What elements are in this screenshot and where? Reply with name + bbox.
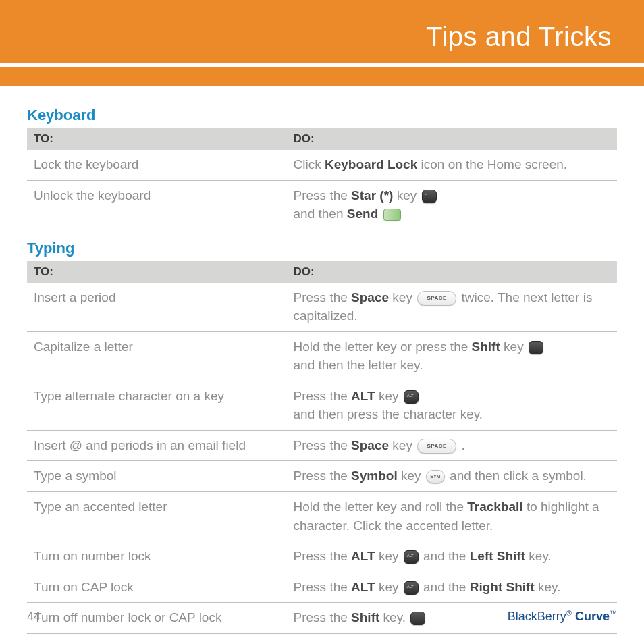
table-row: Type a symbol Press the Symbol key SYM a… [27,461,617,492]
cell-do: Press the ALT key ALT and then press the… [287,381,617,430]
alt-key-icon: ALT [404,550,419,564]
text-bold: ALT [351,389,375,403]
text: and then click a symbol. [446,468,587,483]
space-key-icon: SPACE [417,291,456,306]
space-key-icon: SPACE [417,439,456,454]
typing-table: TO: DO: Insert a period Press the Space … [27,261,617,634]
cell-do: Hold the letter key and roll the Trackba… [287,492,617,541]
text-bold: Star (*) [351,188,393,203]
col-do: DO: [287,261,617,283]
text-bold: Shift [472,340,500,354]
text-bold: Right Shift [470,580,535,594]
trademark-icon: ™ [610,609,617,617]
text: key [389,290,416,304]
header-band: Tips and Tricks [0,0,644,86]
star-key-icon: * [422,190,437,203]
cell-to: Unlock the keyboard [27,180,287,230]
text-bold: Send [347,207,378,221]
brand-model: Curve [575,610,610,623]
table-row: Turn on number lock Press the ALT key AL… [27,541,617,572]
cell-do: Press the Space key SPACE twice. The nex… [287,283,617,332]
brand-name: BlackBerry [508,610,566,623]
cell-do: Press the Space key SPACE . [287,430,617,461]
text-bold: Keyboard Lock [325,157,417,171]
text: Press the [294,549,352,563]
text-bold: Symbol [351,468,398,483]
cell-to: Capitalize a letter [27,331,287,381]
cell-do: Press the ALT key ALT and the Left Shift… [287,541,617,572]
cell-to: Insert @ and periods in an email field [27,430,287,461]
cell-to: Turn on CAP lock [27,572,287,603]
col-to: TO: [27,261,287,283]
cell-to: Insert a period [27,283,287,332]
table-row: Type an accented letter Hold the letter … [27,492,617,541]
text: key [375,389,402,403]
content-area: Keyboard TO: DO: Lock the keyboard Click… [0,86,644,634]
page-title: Tips and Tricks [426,22,612,52]
text: Press the [294,468,352,483]
registered-icon: ® [566,609,572,617]
text: Hold the letter key and roll the [294,500,468,514]
table-row: Type alternate character on a key Press … [27,381,617,430]
table-header-row: TO: DO: [27,128,617,150]
text: and then [294,207,347,221]
text: Press the [294,438,352,452]
text: Press the [294,389,352,403]
section-heading-keyboard: Keyboard [27,107,617,124]
text: and the [420,580,470,594]
table-row: Unlock the keyboard Press the Star (*) k… [27,180,617,230]
table-row: Capitalize a letter Hold the letter key … [27,331,617,381]
cell-do: Press the Star (*) key * and then Send [287,180,617,230]
text: key. [525,549,552,563]
footer: 44 BlackBerry® Curve™ [27,609,617,624]
cell-to: Lock the keyboard [27,150,287,180]
table-row: Lock the keyboard Click Keyboard Lock ic… [27,150,617,180]
cell-do: Press the ALT key ALT and the Right Shif… [287,572,617,603]
cell-to: Type an accented letter [27,492,287,541]
cell-to: Type alternate character on a key [27,381,287,430]
text: icon on the Home screen. [417,157,567,171]
text-bold: Space [351,290,389,304]
cell-to: Type a symbol [27,461,287,492]
text: Press the [294,188,352,203]
text: Click [294,157,325,171]
text: Press the [294,290,352,304]
text: and then press the character key. [294,407,483,421]
text-bold: ALT [351,549,375,563]
sym-key-icon: SYM [426,470,445,483]
shift-key-icon [529,341,543,354]
cell-to: Turn on number lock [27,541,287,572]
page-number: 44 [27,610,41,624]
col-to: TO: [27,128,287,150]
text: key. [535,580,561,594]
text-bold: Trackball [467,500,522,514]
text: . [458,438,465,452]
text: key [375,580,402,594]
section-heading-typing: Typing [27,240,617,257]
table-header-row: TO: DO: [27,261,617,283]
alt-key-icon: ALT [404,581,419,595]
alt-key-icon: ALT [404,390,419,404]
text: key [500,340,527,354]
brand-label: BlackBerry® Curve™ [508,609,617,624]
send-key-icon [383,209,401,221]
text: key [393,188,420,203]
text: Press the [294,580,352,594]
header-divider [0,63,644,67]
text: Hold the letter key or press the [294,340,472,354]
cell-do: Hold the letter key or press the Shift k… [287,331,617,381]
text-bold: Space [351,438,389,452]
table-row: Insert a period Press the Space key SPAC… [27,283,617,332]
text: key [389,438,416,452]
text: and the [420,549,470,563]
col-do: DO: [287,128,617,150]
keyboard-table: TO: DO: Lock the keyboard Click Keyboard… [27,128,617,230]
text: key [375,549,402,563]
cell-do: Click Keyboard Lock icon on the Home scr… [287,150,617,180]
cell-do: Press the Symbol key SYM and then click … [287,461,617,492]
text-bold: Left Shift [470,549,525,563]
text-bold: ALT [351,580,375,594]
text: key [398,468,425,483]
text: and then the letter key. [294,358,423,372]
table-row: Turn on CAP lock Press the ALT key ALT a… [27,572,617,603]
